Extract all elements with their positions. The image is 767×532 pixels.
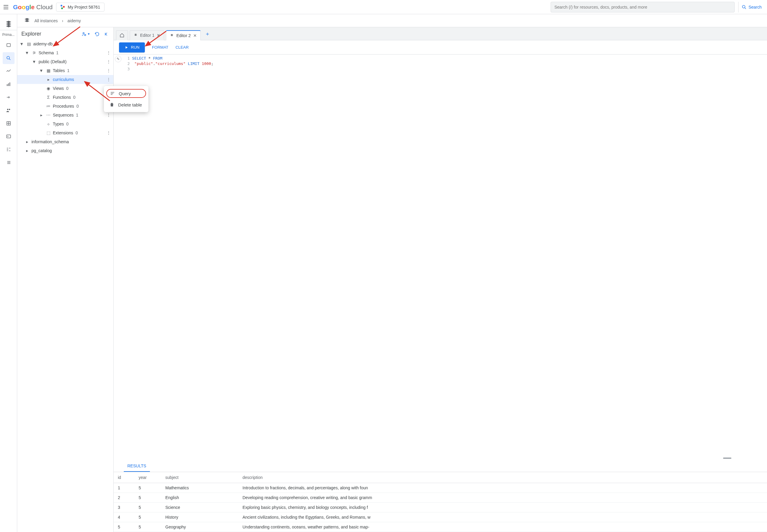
cell-id: 2 (114, 493, 134, 503)
resize-handle[interactable] (114, 456, 767, 460)
svg-rect-5 (7, 84, 7, 86)
project-selector[interactable]: My Project 58761 (56, 3, 104, 12)
procedures-label: Procedures (53, 104, 74, 109)
ctx-delete[interactable]: Delete table (104, 99, 148, 110)
rail-item-analytics[interactable] (3, 78, 15, 90)
user-settings-icon[interactable]: ▼ (81, 31, 90, 37)
svg-line-1 (745, 8, 746, 9)
tab-editor-2[interactable]: Editor 2 ✕ (166, 30, 201, 40)
tree-node-types[interactable]: ⟐ Types 0 (17, 120, 113, 128)
top-header: Google Cloud My Project 58761 Search (0, 0, 767, 14)
tree-node-procedures[interactable]: ≔ Procedures 0 ⋮ (17, 102, 113, 111)
functions-label: Functions (53, 95, 71, 100)
svg-marker-19 (125, 46, 128, 48)
cell-id: 4 (114, 512, 134, 522)
table-row[interactable]: 15MathematicsIntroduction to fractions, … (114, 483, 767, 493)
tree-node-information-schema[interactable]: ▸ information_schema (17, 137, 113, 146)
information-schema-label: information_schema (31, 139, 112, 144)
tree-node-views[interactable]: ◉ Views 0 (17, 84, 113, 93)
close-icon[interactable]: ✕ (157, 33, 160, 38)
rail-item-grid[interactable] (3, 117, 15, 129)
table-row[interactable]: 55GeographyUnderstanding continents, oce… (114, 522, 767, 532)
table-row[interactable]: 25EnglishDeveloping reading comprehensio… (114, 493, 767, 503)
ai-assist-icon[interactable]: ✎ (115, 56, 121, 62)
schema-tree: ▼▤ aidemy-db ▼⚞ Schema 1 ⋮ ▼ public (Def… (17, 39, 113, 532)
refresh-icon[interactable] (94, 31, 100, 37)
layers-icon (24, 17, 30, 24)
search-button[interactable]: Search (738, 2, 765, 12)
more-icon[interactable]: ⋮ (106, 59, 112, 64)
tree-node-functions[interactable]: Σ Functions 0 (17, 93, 113, 102)
cell-subject: Geography (161, 522, 238, 532)
tree-node-tables[interactable]: ▼▦ Tables 1 ⋮ (17, 66, 113, 75)
col-id[interactable]: id (114, 472, 134, 483)
search-input[interactable] (554, 5, 731, 9)
trash-icon (109, 102, 114, 107)
svg-point-8 (7, 109, 8, 110)
col-description[interactable]: description (238, 472, 767, 483)
ctx-query-label: Query (119, 91, 131, 96)
col-year[interactable]: year (134, 472, 161, 483)
menu-icon[interactable] (2, 4, 9, 11)
tables-count: 1 (67, 68, 69, 73)
rail-item-tree[interactable] (3, 144, 15, 155)
tree-node-extensions[interactable]: ⬚ Extensions 0 ⋮ (17, 128, 113, 137)
more-icon[interactable]: ⋮ (106, 130, 112, 135)
rail-item-users[interactable] (3, 104, 15, 116)
tree-node-sequences[interactable]: ▸⋯ Sequences 1 ⋮ (17, 111, 113, 120)
sequences-count: 1 (76, 113, 78, 117)
table-row[interactable]: 45HistoryAncient civilizations, includin… (114, 512, 767, 522)
layers-icon (133, 33, 138, 37)
cell-subject: Mathematics (161, 483, 238, 493)
col-subject[interactable]: subject (161, 472, 238, 483)
svg-line-4 (9, 59, 10, 60)
collapse-icon[interactable] (104, 31, 109, 37)
cell-description: Introduction to fractions, decimals, and… (238, 483, 767, 493)
home-icon (119, 33, 125, 38)
google-cloud-logo[interactable]: Google Cloud (13, 4, 52, 11)
more-icon[interactable]: ⋮ (106, 50, 112, 55)
cell-subject: Science (161, 503, 238, 512)
rail-item-monitor[interactable] (3, 65, 15, 77)
more-icon[interactable]: ⋮ (106, 68, 112, 73)
more-icon[interactable]: ⋮ (106, 77, 112, 82)
public-label: public (Default) (39, 59, 104, 64)
code-editor[interactable]: ✎ 123 SELECT * FROM "public"."curriculum… (114, 55, 767, 456)
procedure-icon: ≔ (46, 104, 51, 109)
table-row[interactable]: 35ScienceExploring basic physics, chemis… (114, 503, 767, 512)
tree-node-curriculums[interactable]: ▸ curriculums ⋮ (17, 75, 113, 84)
rail-item-terminal[interactable] (3, 130, 15, 142)
rail-item-list[interactable] (3, 157, 15, 168)
svg-rect-13 (7, 135, 11, 138)
search-button-label: Search (749, 5, 762, 9)
search-bar[interactable] (550, 2, 735, 12)
results-tab[interactable]: RESULTS (124, 461, 150, 472)
chevron-right-icon: › (62, 18, 63, 23)
rail-item-query[interactable] (3, 52, 15, 64)
project-icon (61, 5, 65, 9)
clear-button[interactable]: CLEAR (175, 45, 188, 50)
run-button[interactable]: RUN (119, 42, 145, 52)
close-icon[interactable]: ✕ (193, 33, 197, 38)
tree-node-public[interactable]: ▼ public (Default) ⋮ (17, 57, 113, 66)
tab-editor-1[interactable]: Editor 1 ✕ (130, 30, 164, 40)
types-label: Types (53, 122, 64, 126)
format-button[interactable]: FORMAT (152, 45, 168, 50)
layers-icon (170, 34, 174, 38)
code-content[interactable]: SELECT * FROM "public"."curriculums" LIM… (130, 55, 767, 456)
more-icon[interactable]: ⋮ (106, 113, 112, 117)
tree-node-pg-catalog[interactable]: ▸ pg_catalog (17, 146, 113, 155)
svg-point-3 (7, 56, 9, 59)
tree-node-schema[interactable]: ▼⚞ Schema 1 ⋮ (17, 48, 113, 57)
add-tab-button[interactable]: ＋ (205, 30, 210, 37)
rail-item-overview[interactable] (3, 39, 15, 51)
breadcrumb-current: aidemy (67, 18, 81, 23)
service-icon[interactable] (0, 17, 17, 30)
tab-home[interactable] (116, 30, 128, 40)
rail-item-import[interactable] (3, 91, 15, 103)
svg-rect-2 (7, 44, 10, 47)
breadcrumb-root[interactable]: All instances (34, 18, 58, 23)
tree-node-database[interactable]: ▼▤ aidemy-db (17, 39, 113, 48)
ctx-query[interactable]: Query (106, 88, 147, 98)
results-tabs: RESULTS (114, 460, 767, 472)
